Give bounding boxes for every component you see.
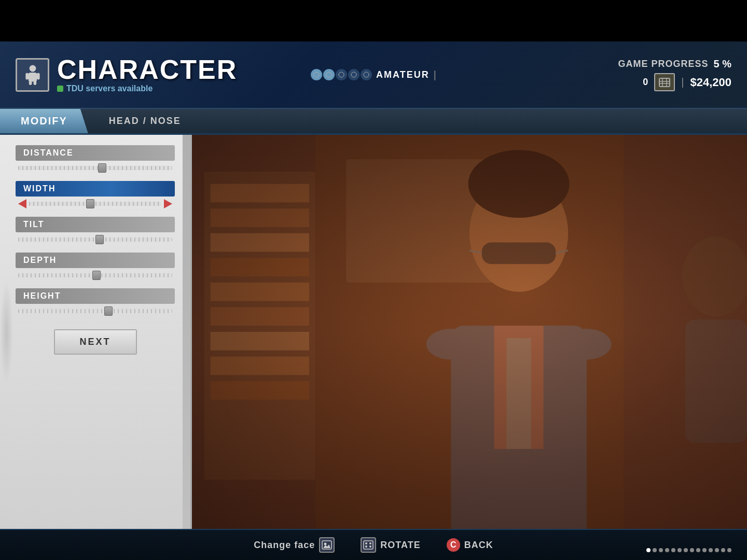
c-button-icon: C [447,538,460,552]
rank-pip-1 [311,69,322,80]
tab-modify[interactable]: MODIFY [0,109,88,133]
width-label: WIDTH [16,181,175,197]
rank-pip-4 [348,69,359,80]
rank-label: AMATEUR [376,69,430,80]
rotate-label: ROTATE [380,540,420,551]
back-action[interactable]: C BACK [447,538,493,552]
dot-1 [646,548,651,552]
header: CHARACTER TDU servers available [0,41,747,109]
floral-decoration [0,280,13,384]
dot-6 [677,548,682,552]
svg-point-47 [369,545,371,548]
height-track-row[interactable] [16,306,175,316]
tilt-track-row[interactable] [16,234,175,245]
depth-overlay [192,135,747,529]
tdu-online-dot [57,86,63,92]
dot-3 [659,548,663,552]
rank-divider: | [434,69,436,81]
rotate-icon [361,537,376,553]
character-title: CHARACTER [57,56,237,83]
height-slider-thumb[interactable] [104,306,113,316]
width-arrow-right[interactable] [164,199,172,208]
svg-point-7 [326,72,331,77]
svg-point-0 [29,65,36,72]
depth-slider-group: DEPTH [16,253,175,281]
depth-label: DEPTH [16,253,175,268]
svg-point-6 [314,72,319,77]
distance-track-row[interactable] [16,163,175,173]
svg-point-46 [365,545,367,548]
dot-4 [665,548,669,552]
dot-10 [702,548,707,552]
tab-head-nose[interactable]: HEAD / NOSE [88,109,202,133]
height-slider-group: HEIGHT [16,288,175,316]
tilt-slider-group: TILT [16,217,175,245]
game-progress-row: GAME PROGRESS 5 % [618,58,732,70]
tilt-slider-thumb[interactable] [95,235,104,244]
page-dots [646,548,731,552]
sub-header: MODIFY HEAD / NOSE [0,109,747,135]
svg-point-8 [339,72,344,77]
left-panel: DISTANCE WIDTH TILT [0,135,192,529]
back-label: BACK [464,540,493,551]
character-icon [22,64,43,85]
depth-slider-thumb[interactable] [92,271,101,280]
svg-point-10 [364,72,369,77]
bottom-bar: Change face ROTATE C BACK [0,529,747,560]
tilt-label: TILT [16,217,175,232]
character-preview [192,135,747,529]
rank-pip-2 [323,69,335,80]
distance-label: DISTANCE [16,145,175,161]
header-content: CHARACTER TDU servers available [16,56,731,93]
svg-point-45 [369,542,371,544]
panel-border [183,135,190,529]
change-face-icon [319,537,335,553]
rank-pip-3 [336,69,347,80]
coins-money-row: 0 | $24,200 [643,73,731,91]
width-slider-thumb[interactable] [86,199,94,208]
coin-icon [658,77,671,88]
depth-track-row[interactable] [16,270,175,281]
dot-8 [690,548,694,552]
next-button[interactable]: NEXT [54,329,137,355]
game-progress-label: GAME PROGRESS [618,59,709,69]
height-label: HEIGHT [16,288,175,304]
distance-slider-thumb[interactable] [98,163,106,173]
rank-icons [311,69,372,80]
width-slider-group: WIDTH [16,181,175,209]
tdu-server-status: TDU servers available [66,84,153,93]
distance-slider-track[interactable] [18,163,172,173]
character-icon-box [16,58,49,92]
change-face-label: Change face [254,540,315,551]
main-content: DISTANCE WIDTH TILT [0,135,747,529]
svg-point-9 [351,72,356,77]
svg-rect-3 [37,73,40,80]
dot-9 [696,548,700,552]
character-title-block: CHARACTER TDU servers available [57,56,237,93]
svg-rect-11 [659,78,670,87]
tilt-slider-track[interactable] [18,234,172,245]
dot-11 [709,548,713,552]
rotate-action[interactable]: ROTATE [361,537,420,553]
svg-point-44 [365,542,367,544]
header-right: GAME PROGRESS 5 % 0 | $24,200 [618,58,732,91]
depth-slider-track[interactable] [18,270,172,281]
coin-icon-box [654,73,675,91]
dot-12 [715,548,719,552]
svg-rect-5 [33,81,36,85]
top-black-bar [0,0,747,41]
dot-2 [653,548,657,552]
width-track-row[interactable] [16,199,175,209]
dot-5 [671,548,675,552]
tdu-status: TDU servers available [57,84,237,93]
svg-rect-2 [25,73,29,80]
width-slider-track[interactable] [29,199,161,209]
distance-slider-group: DISTANCE [16,145,175,173]
money-value: $24,200 [690,76,731,89]
rank-pip-5 [361,69,372,80]
change-face-action[interactable]: Change face [254,537,335,553]
width-arrow-left[interactable] [18,199,26,208]
svg-rect-43 [364,541,373,549]
coin-count: 0 [643,77,648,88]
height-slider-track[interactable] [18,306,172,316]
